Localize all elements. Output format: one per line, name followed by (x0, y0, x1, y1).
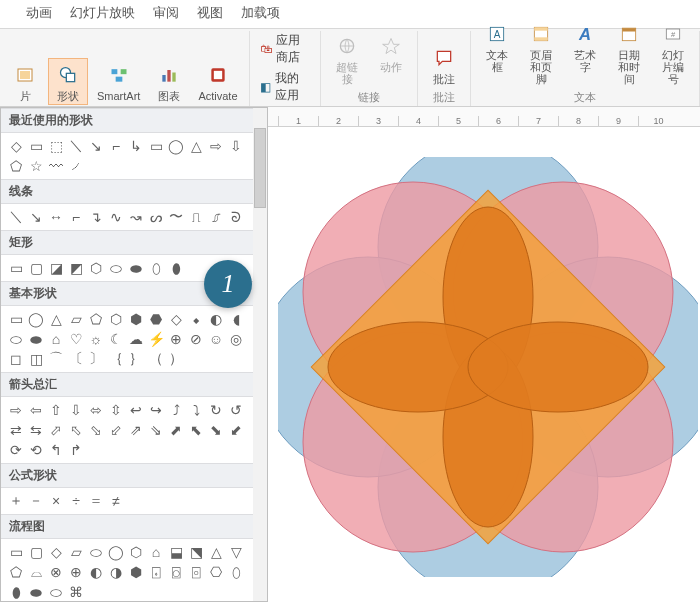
bs4[interactable]: ▱ (67, 310, 85, 328)
shape-textbox2[interactable]: ⬚ (47, 137, 65, 155)
shape-rect[interactable]: ▭ (147, 137, 165, 155)
rect-snip2[interactable]: ◩ (67, 259, 85, 277)
rect-1[interactable]: ▭ (7, 259, 25, 277)
fc24[interactable]: ⬯ (227, 563, 245, 581)
fc11[interactable]: △ (207, 543, 225, 561)
bs2[interactable]: ◯ (27, 310, 45, 328)
ar12[interactable]: ↺ (227, 401, 245, 419)
textbox-button[interactable]: A 文本框 (477, 17, 517, 76)
line-scribble[interactable]: 〜 (167, 208, 185, 226)
rect-round5[interactable]: ⬮ (167, 259, 185, 277)
new-slide-button[interactable]: 片 (6, 58, 44, 105)
line-curvearr[interactable]: ↝ (127, 208, 145, 226)
bs7[interactable]: ⬢ (127, 310, 145, 328)
shape-star[interactable]: ☆ (27, 157, 45, 175)
fc13[interactable]: ⬠ (7, 563, 25, 581)
bs24[interactable]: ◎ (227, 330, 245, 348)
bs5[interactable]: ⬠ (87, 310, 105, 328)
shape-freeform[interactable]: ⟋ (67, 157, 85, 175)
ar18[interactable]: ⬃ (107, 421, 125, 439)
shape-arrowd[interactable]: ⇩ (227, 137, 245, 155)
ar3[interactable]: ⇧ (47, 401, 65, 419)
ar25[interactable]: ⟳ (7, 441, 25, 459)
bs30[interactable]: ｛ (107, 350, 125, 368)
bs31[interactable]: ｝ (127, 350, 145, 368)
fc4[interactable]: ▱ (67, 543, 85, 561)
fm4[interactable]: ÷ (67, 492, 85, 510)
rect-round4[interactable]: ⬯ (147, 259, 165, 277)
ar19[interactable]: ⇗ (127, 421, 145, 439)
bs20[interactable]: ⚡ (147, 330, 165, 348)
activate-button[interactable]: Activate (193, 58, 242, 105)
ar10[interactable]: ⤵ (187, 401, 205, 419)
fc7[interactable]: ⬡ (127, 543, 145, 561)
bs11[interactable]: ◐ (207, 310, 225, 328)
fc14[interactable]: ⌓ (27, 563, 45, 581)
ar17[interactable]: ⬂ (87, 421, 105, 439)
datetime-button[interactable]: 日期和时间 (609, 17, 649, 88)
bs21[interactable]: ⊕ (167, 330, 185, 348)
slideno-button[interactable]: # 幻灯片编号 (653, 17, 693, 88)
fc2[interactable]: ▢ (27, 543, 45, 561)
bs29[interactable]: 〕 (87, 350, 105, 368)
shape-elbow[interactable]: ⌐ (107, 137, 125, 155)
fc19[interactable]: ⬢ (127, 563, 145, 581)
ar27[interactable]: ↰ (47, 441, 65, 459)
tab-slideshow[interactable]: 幻灯片放映 (70, 4, 135, 22)
ar16[interactable]: ⬁ (67, 421, 85, 439)
ar2[interactable]: ⇦ (27, 401, 45, 419)
ar5[interactable]: ⬄ (87, 401, 105, 419)
ar7[interactable]: ↩ (127, 401, 145, 419)
shape-line[interactable]: ＼ (67, 137, 85, 155)
fc25[interactable]: ⬮ (7, 583, 25, 601)
comment-button[interactable]: 批注 (424, 41, 464, 88)
shape-diamond[interactable]: ◇ (7, 137, 25, 155)
hyperlink-button[interactable]: 超链接 (327, 29, 367, 88)
rect-snipround[interactable]: ⬡ (87, 259, 105, 277)
ar11[interactable]: ↻ (207, 401, 225, 419)
fc1[interactable]: ▭ (7, 543, 25, 561)
fc5[interactable]: ⬭ (87, 543, 105, 561)
ar6[interactable]: ⇳ (107, 401, 125, 419)
bs8[interactable]: ⬣ (147, 310, 165, 328)
appstore-button[interactable]: 🛍 应用商店 (256, 31, 314, 67)
myapps-button[interactable]: ◧ 我的应用 (256, 69, 314, 105)
fc23[interactable]: ⎔ (207, 563, 225, 581)
slide-canvas[interactable] (268, 127, 700, 602)
smartart-button[interactable]: SmartArt (92, 58, 145, 105)
fc15[interactable]: ⊗ (47, 563, 65, 581)
rect-round[interactable]: ▢ (27, 259, 45, 277)
fc17[interactable]: ◐ (87, 563, 105, 581)
tab-review[interactable]: 审阅 (153, 4, 179, 22)
bs1[interactable]: ▭ (7, 310, 25, 328)
fc10[interactable]: ⬔ (187, 543, 205, 561)
fc8[interactable]: ⌂ (147, 543, 165, 561)
shape-lineconn[interactable]: ↘ (87, 137, 105, 155)
bs25[interactable]: ◻ (7, 350, 25, 368)
rect-snip1[interactable]: ◪ (47, 259, 65, 277)
bs33[interactable]: ） (167, 350, 185, 368)
shape-curve[interactable]: 〰 (47, 157, 65, 175)
chart-button[interactable]: 图表 (149, 58, 189, 105)
fc21[interactable]: ⌼ (167, 563, 185, 581)
fm1[interactable]: ＋ (7, 492, 25, 510)
shapes-button[interactable]: 形状 (48, 58, 88, 105)
ar8[interactable]: ↪ (147, 401, 165, 419)
ar13[interactable]: ⇄ (7, 421, 25, 439)
tab-view[interactable]: 视图 (197, 4, 223, 22)
bs3[interactable]: △ (47, 310, 65, 328)
ar21[interactable]: ⬈ (167, 421, 185, 439)
flower-graphic[interactable] (278, 157, 698, 577)
shape-elbow2[interactable]: ↳ (127, 137, 145, 155)
wordart-button[interactable]: A 艺术字 (565, 17, 605, 76)
bs23[interactable]: ☺ (207, 330, 225, 348)
ar22[interactable]: ⬉ (187, 421, 205, 439)
fc16[interactable]: ⊕ (67, 563, 85, 581)
shape-arrowr[interactable]: ⇨ (207, 137, 225, 155)
bs18[interactable]: ☾ (107, 330, 125, 348)
line-free[interactable]: ᔕ (147, 208, 165, 226)
bs17[interactable]: ☼ (87, 330, 105, 348)
shape-oval[interactable]: ◯ (167, 137, 185, 155)
line-connector2[interactable]: ⎎ (207, 208, 225, 226)
fc12[interactable]: ▽ (227, 543, 245, 561)
